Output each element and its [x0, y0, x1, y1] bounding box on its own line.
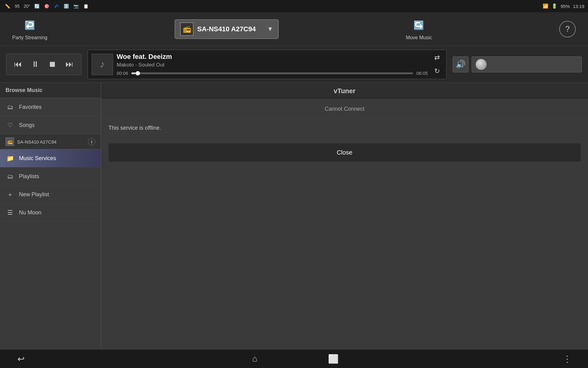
nu-moon-label: Nu Moon — [19, 209, 41, 216]
device-info-button[interactable]: ℹ — [88, 138, 95, 145]
recent-icon: ⬜ — [328, 354, 339, 364]
party-streaming-icon: ↩️ — [22, 18, 37, 33]
battery-percent-display: 95% — [560, 4, 570, 9]
move-music-icon: ↪️ — [411, 18, 427, 33]
content-panel: vTuner Cannot Connect This service is of… — [101, 83, 588, 350]
content-title: vTuner — [101, 83, 588, 100]
device-selector[interactable]: 📻 SA-NS410 A27C94 ▼ — [175, 19, 279, 39]
track-details: Woe feat. Deeizm Makoto - Souled Out 00:… — [117, 53, 428, 76]
next-button[interactable]: ⏭ — [62, 56, 77, 72]
move-music-label: Move Music — [406, 35, 432, 40]
favorites-icon: 🗂 — [6, 102, 15, 112]
player: ⏮ ⏸ ⏹ ⏭ ♪ Woe feat. Deeizm Makoto - Soul… — [0, 46, 588, 83]
camera-icon: 📷 — [72, 2, 80, 10]
temp-icon: 20° — [23, 2, 31, 10]
wifi-icon: 📶 — [543, 3, 548, 9]
close-button[interactable]: Close — [108, 144, 581, 162]
device-icon: 📻 — [180, 22, 194, 36]
new-playlist-icon: ＋ — [6, 190, 15, 199]
time-current: 00:06 — [117, 71, 128, 76]
target-icon: 🎯 — [43, 2, 50, 10]
nav-center: ⌂ ⬜ — [246, 350, 342, 367]
device-name: SA-NS410 A27C94 — [197, 25, 263, 33]
device-small-icon: 📻 — [6, 137, 14, 146]
sidebar-item-playlists[interactable]: 🗂 Playlists — [0, 167, 101, 186]
browse-music-header: Browse Music — [0, 83, 101, 98]
menu-icon: ⋮ — [563, 354, 571, 364]
sidebar-item-nu-moon[interactable]: ☰ Nu Moon — [0, 204, 101, 222]
sidebar-item-new-playlist[interactable]: ＋ New Playlist — [0, 186, 101, 204]
media-icon: 📋 — [82, 2, 89, 10]
sidebar-item-favorites[interactable]: 🗂 Favorites — [0, 98, 101, 116]
track-title: Woe feat. Deeizm — [117, 53, 428, 61]
stop-button[interactable]: ⏹ — [44, 56, 60, 72]
back-icon: ↩ — [17, 354, 24, 364]
toolbar: ↩️ Party Streaming 📻 SA-NS410 A27C94 ▼ ↪… — [0, 12, 588, 46]
device-item-name: SA-NS410 A27C94 — [17, 139, 85, 144]
playlists-icon: 🗂 — [6, 172, 15, 181]
repeat-button[interactable]: ↻ — [432, 66, 443, 77]
status-icons-left: ✏️ 95 20° 🔄 🎯 💤 ℹ️ 📷 📋 — [4, 2, 89, 10]
recent-button[interactable]: ⬜ — [325, 350, 342, 367]
progress-thumb — [136, 71, 140, 75]
menu-button[interactable]: ⋮ — [559, 350, 576, 367]
move-music-button[interactable]: ↪️ Move Music — [406, 18, 432, 40]
clock: 13:19 — [573, 4, 584, 9]
sidebar-device-item[interactable]: 📻 SA-NS410 A27C94 ℹ — [0, 134, 101, 149]
favorites-label: Favorites — [19, 104, 42, 110]
bottom-nav: ↩ ⌂ ⬜ ⋮ — [0, 350, 588, 368]
progress-fill — [131, 72, 136, 74]
pause-button[interactable]: ⏸ — [27, 56, 43, 72]
transport-controls: ⏮ ⏸ ⏹ ⏭ — [6, 54, 81, 75]
playlists-label: Playlists — [19, 173, 39, 180]
back-button[interactable]: ↩ — [12, 350, 29, 367]
sleep-icon: 💤 — [53, 2, 60, 10]
info-status-icon: ℹ️ — [62, 2, 70, 10]
status-right: 📶 🔋 95% 13:19 — [543, 3, 584, 9]
songs-label: Songs — [19, 122, 35, 128]
track-extra-controls: ⇄ ↻ — [432, 52, 443, 77]
sidebar: Browse Music 🗂 Favorites ♡ Songs 📻 SA-NS… — [0, 83, 101, 350]
songs-icon: ♡ — [6, 121, 15, 130]
cannot-connect-message: Cannot Connect — [101, 100, 588, 119]
nu-moon-icon: ☰ — [6, 208, 15, 217]
battery-percent: 95 — [13, 2, 21, 10]
new-playlist-label: New Playlist — [19, 191, 49, 198]
sidebar-item-music-services[interactable]: 📁 Music Services — [0, 149, 101, 167]
prev-button[interactable]: ⏮ — [10, 56, 26, 72]
status-bar: ✏️ 95 20° 🔄 🎯 💤 ℹ️ 📷 📋 📶 🔋 95% 13:19 — [0, 0, 588, 12]
dropdown-arrow-icon: ▼ — [267, 25, 273, 33]
battery-icon: 🔋 — [552, 3, 557, 9]
progress-row: 00:06 06:05 — [117, 71, 428, 76]
edit-icon: ✏️ — [4, 2, 11, 10]
offline-message: This service is offline. — [101, 119, 588, 137]
album-art: ♪ — [92, 54, 113, 75]
music-services-icon: 📁 — [6, 154, 15, 163]
main-content: Browse Music 🗂 Favorites ♡ Songs 📻 SA-NS… — [0, 83, 588, 350]
track-info: ♪ Woe feat. Deeizm Makoto - Souled Out 0… — [88, 50, 447, 79]
track-album: Makoto - Souled Out — [117, 62, 428, 68]
time-total: 06:05 — [416, 71, 428, 76]
help-button[interactable]: ? — [559, 21, 576, 37]
home-button[interactable]: ⌂ — [246, 350, 263, 367]
volume-knob — [476, 59, 487, 70]
volume-slider[interactable] — [472, 56, 582, 72]
music-services-label: Music Services — [19, 155, 56, 162]
help-label: ? — [565, 24, 570, 34]
home-icon: ⌂ — [252, 354, 258, 364]
sync-icon: 🔄 — [33, 2, 40, 10]
shuffle-button[interactable]: ⇄ — [432, 52, 443, 63]
party-streaming-button[interactable]: ↩️ Party Streaming — [12, 18, 47, 40]
progress-bar[interactable] — [131, 72, 413, 74]
party-streaming-label: Party Streaming — [12, 35, 47, 40]
sidebar-item-songs[interactable]: ♡ Songs — [0, 116, 101, 134]
volume-section: 🔊 — [453, 56, 582, 72]
mute-button[interactable]: 🔊 — [453, 56, 469, 72]
